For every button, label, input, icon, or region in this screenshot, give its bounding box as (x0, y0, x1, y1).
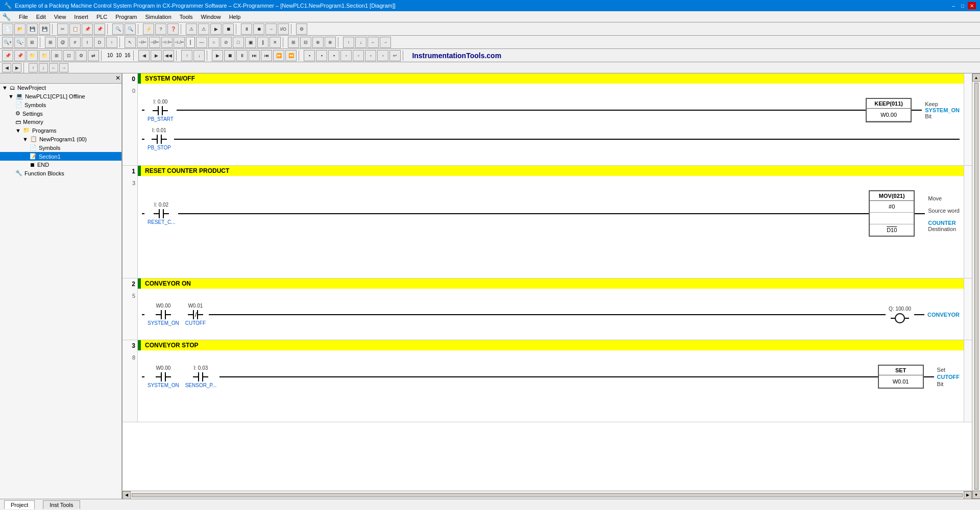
tb-paste[interactable]: 📌 (82, 23, 93, 35)
tb3-pause2[interactable]: ⏸ (236, 50, 248, 61)
tb4-2[interactable]: ▶ (12, 63, 21, 72)
tb2-left[interactable]: ← (368, 37, 379, 48)
tb2-right[interactable]: → (380, 37, 391, 48)
tree-end[interactable]: ⏹ END (0, 161, 121, 169)
menu-help[interactable]: Help (225, 13, 245, 21)
menu-tools[interactable]: Tools (176, 13, 197, 21)
tb2-vline[interactable]: ‖ (257, 37, 268, 48)
tb3-stop2[interactable]: ⏹ (224, 50, 235, 61)
tb-warn[interactable]: ⚠ (186, 23, 197, 35)
menu-program[interactable]: Program (111, 13, 141, 21)
tb2-zoomin[interactable]: 🔍+ (2, 37, 13, 48)
tb2-del[interactable]: ✕ (270, 37, 281, 48)
tb-help[interactable]: ? (155, 23, 166, 35)
tb4-1[interactable]: ◀ (2, 63, 11, 72)
tb3-m1[interactable]: ▪ (304, 50, 315, 61)
tb-open[interactable]: 📂 (14, 23, 26, 35)
tb-compile[interactable]: ⚡ (143, 23, 154, 35)
vscroll-down[interactable]: ▼ (972, 491, 981, 499)
tb2-grid[interactable]: ⊞ (45, 37, 56, 48)
tb3-ff[interactable]: ⏩ (273, 50, 284, 61)
tb2-down[interactable]: ↓ (355, 37, 366, 48)
tb3-b4[interactable]: 📁 (39, 50, 50, 61)
tb3-prev[interactable]: ◀ (138, 50, 150, 61)
tb2-arrow[interactable]: ↑ (106, 37, 117, 48)
tb2-hline[interactable]: — (196, 37, 207, 48)
tb-sim[interactable]: ▶ (210, 23, 222, 35)
diagram-area[interactable]: 0 SYSTEM ON/OFF 0 (122, 73, 972, 491)
tb-save2[interactable]: 💾 (39, 23, 50, 35)
tb3-m5[interactable]: ▫ (353, 50, 364, 61)
tb3-b1[interactable]: 📌 (2, 50, 13, 61)
tb3-m2[interactable]: ▪ (316, 50, 327, 61)
status-tab-insttools[interactable]: Inst Tools (43, 500, 80, 509)
menu-plc[interactable]: PLC (92, 13, 111, 21)
tb-stop[interactable]: ⏹ (223, 23, 234, 35)
tb2-fit[interactable]: ⊞ (27, 37, 38, 48)
tb2-extra4[interactable]: ⊗ (325, 37, 336, 48)
tb-paste2[interactable]: 📌 (94, 23, 105, 35)
tree-memory[interactable]: 🗃 Memory (0, 118, 121, 126)
menu-view[interactable]: View (50, 13, 70, 21)
tb3-start[interactable]: ▶ (212, 50, 223, 61)
tree-section1[interactable]: 📝 Section1 (0, 152, 121, 161)
tb3-m7[interactable]: ▫ (377, 50, 388, 61)
tree-funcblocks[interactable]: 🔧 Function Blocks (0, 169, 121, 177)
tb-rec[interactable]: ⏺ (253, 23, 264, 35)
tb2-addr[interactable]: @ (57, 37, 68, 48)
tb3-rew[interactable]: ⏪ (285, 50, 297, 61)
hscroll-left[interactable]: ◀ (122, 491, 131, 499)
tb-step[interactable]: → (265, 23, 277, 35)
maximize-button[interactable]: □ (959, 2, 967, 9)
tb3-b6[interactable]: ⊡ (63, 50, 75, 61)
tb3-b3[interactable]: 📁 (27, 50, 38, 61)
tb3-m6[interactable]: ▫ (365, 50, 376, 61)
tb2-sel[interactable]: ↖ (125, 37, 136, 48)
tb3-m4[interactable]: ▫ (340, 50, 352, 61)
tb3-prevs[interactable]: ◀◀ (163, 50, 174, 61)
tb3-b8[interactable]: ⇄ (88, 50, 99, 61)
tb3-next[interactable]: ▶ (151, 50, 162, 61)
tree-root[interactable]: ▼ 🗂 NewProject (0, 84, 121, 92)
hscroll-right[interactable]: ▶ (964, 491, 972, 499)
tree-symbols-plc[interactable]: 📄 Symbols (0, 100, 121, 109)
tree-symbols-prog[interactable]: 📄 Symbols (0, 143, 121, 152)
tb-io[interactable]: I/O (278, 23, 289, 35)
tb-copy[interactable]: 📋 (69, 23, 81, 35)
tb2-extra2[interactable]: ⊟ (300, 37, 311, 48)
tb2-io[interactable]: I (82, 37, 93, 48)
tb2-circle[interactable]: ○ (208, 37, 219, 48)
status-tab-project[interactable]: Project (4, 500, 35, 509)
tb3-m8[interactable]: ↩ (389, 50, 401, 61)
tb2-ncontact2[interactable]: ⊣↓⊢ (174, 37, 185, 48)
tree-plc[interactable]: ▼ 💻 NewPLC1[CP1L] Offline (0, 92, 121, 100)
tb2-d[interactable]: D (94, 37, 105, 48)
tb3-upload[interactable]: ↑ (181, 50, 192, 61)
tb-extra[interactable]: ⚙ (296, 23, 307, 35)
hscroll-thumb[interactable] (132, 493, 963, 497)
tb-new[interactable]: 📄 (2, 23, 13, 35)
close-button[interactable]: ✕ (968, 2, 976, 9)
tb3-step2[interactable]: ⏭ (249, 50, 260, 61)
menu-file[interactable]: File (15, 13, 32, 21)
tb3-b7[interactable]: ⚙ (76, 50, 87, 61)
tb-find2[interactable]: 🔍 (125, 23, 136, 35)
tb-warn2[interactable]: ⚠ (198, 23, 209, 35)
tb2-contact[interactable]: ⊣⊢ (137, 37, 148, 48)
tb4-6[interactable]: → (59, 63, 68, 72)
tree-settings[interactable]: ⚙ Settings (0, 109, 121, 118)
tb-cut[interactable]: ✂ (57, 23, 68, 35)
tb3-m3[interactable]: ▪ (328, 50, 339, 61)
vscroll-up[interactable]: ▲ (972, 73, 981, 82)
tb2-box[interactable]: □ (233, 37, 244, 48)
tb-find[interactable]: 🔍 (112, 23, 124, 35)
tb2-up[interactable]: ↑ (343, 37, 354, 48)
tb3-b2[interactable]: 📌 (14, 50, 26, 61)
tb4-3[interactable]: ↑ (29, 63, 38, 72)
tb2-sym[interactable]: # (69, 37, 81, 48)
tb4-4[interactable]: ↓ (39, 63, 48, 72)
tb3-b5[interactable]: ⊞ (51, 50, 62, 61)
menu-window[interactable]: Window (197, 13, 225, 21)
tb3-back[interactable]: ⏮ (261, 50, 272, 61)
tb3-download[interactable]: ↓ (193, 50, 205, 61)
